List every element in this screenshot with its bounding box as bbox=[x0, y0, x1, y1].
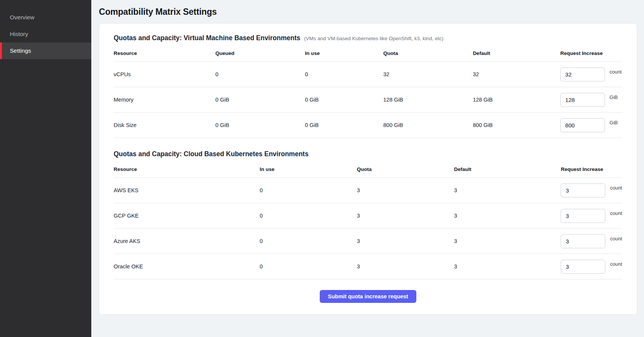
in-use-value: 0 bbox=[259, 187, 357, 193]
quota-value: 128 GiB bbox=[383, 97, 473, 103]
resource-label: vCPUs bbox=[114, 71, 216, 77]
column-header-default: Default bbox=[454, 166, 561, 172]
table-row: Azure AKS 0 3 3 count bbox=[114, 229, 622, 254]
unit-label: count bbox=[610, 185, 622, 191]
default-value: 32 bbox=[473, 71, 560, 77]
default-value: 3 bbox=[454, 238, 561, 244]
vm-section-subtitle: (VMs and VM-based Kubernetes like OpenSh… bbox=[304, 36, 444, 41]
default-value: 3 bbox=[454, 213, 561, 219]
submit-quota-increase-button[interactable]: Submit quota increase request bbox=[320, 290, 417, 303]
request-increase-cell: count bbox=[561, 260, 622, 274]
cloud-section-title: Quotas and Capacity: Cloud Based Kuberne… bbox=[114, 150, 622, 158]
settings-card: Quotas and Capacity: Virtual Machine Bas… bbox=[99, 23, 637, 315]
table-row: vCPUs 0 0 32 32 count bbox=[114, 62, 622, 87]
default-value: 800 GiB bbox=[473, 122, 560, 128]
table-row: Memory 0 GiB 0 GiB 128 GiB 128 GiB GiB bbox=[114, 87, 622, 113]
request-increase-cell: count bbox=[560, 67, 622, 82]
sidebar-item-history[interactable]: History bbox=[0, 26, 91, 42]
column-header-in-use: In use bbox=[305, 50, 383, 56]
unit-label: count bbox=[610, 69, 622, 75]
unit-label: GiB bbox=[610, 120, 618, 125]
quota-value: 3 bbox=[357, 213, 454, 219]
unit-label: count bbox=[610, 236, 622, 241]
quota-value: 3 bbox=[357, 263, 454, 270]
submit-button-container: Submit quota increase request bbox=[114, 279, 622, 303]
column-header-in-use: In use bbox=[259, 166, 357, 172]
table-row: Oracle OKE 0 3 3 count bbox=[114, 254, 622, 279]
resource-label: Azure AKS bbox=[114, 238, 259, 244]
column-header-default: Default bbox=[473, 50, 560, 56]
request-increase-cell: count bbox=[561, 209, 622, 223]
disk-size-request-input[interactable] bbox=[560, 118, 605, 132]
sidebar-nav: Overview History Settings bbox=[0, 9, 91, 59]
resource-label: Oracle OKE bbox=[114, 263, 259, 270]
table-row: AWS EKS 0 3 3 count bbox=[114, 178, 622, 203]
page-title: Compatibility Matrix Settings bbox=[99, 7, 637, 17]
queued-value: 0 GiB bbox=[216, 97, 305, 103]
table-row: GCP GKE 0 3 3 count bbox=[114, 203, 622, 229]
app-window: Overview History Settings Compatibility … bbox=[0, 0, 644, 337]
sidebar: Overview History Settings bbox=[0, 0, 91, 337]
azure-aks-request-input[interactable] bbox=[561, 234, 605, 248]
sidebar-item-overview[interactable]: Overview bbox=[0, 9, 91, 26]
quota-value: 3 bbox=[357, 238, 454, 244]
column-header-resource: Resource bbox=[114, 50, 216, 56]
unit-label: count bbox=[610, 261, 622, 267]
vcpus-request-input[interactable] bbox=[560, 67, 605, 82]
column-header-resource: Resource bbox=[114, 166, 259, 172]
column-header-quota: Quota bbox=[383, 50, 473, 56]
column-header-queued: Queued bbox=[216, 50, 305, 56]
request-increase-cell: GiB bbox=[560, 118, 622, 132]
resource-label: Disk Size bbox=[114, 122, 216, 128]
request-increase-cell: GiB bbox=[560, 93, 622, 107]
column-header-quota: Quota bbox=[357, 166, 454, 172]
default-value: 3 bbox=[454, 263, 561, 270]
in-use-value: 0 bbox=[305, 71, 383, 77]
queued-value: 0 GiB bbox=[216, 122, 305, 128]
unit-label: GiB bbox=[610, 94, 618, 100]
resource-label: AWS EKS bbox=[114, 187, 259, 193]
quota-value: 32 bbox=[383, 71, 473, 77]
aws-eks-request-input[interactable] bbox=[561, 183, 605, 197]
in-use-value: 0 bbox=[259, 238, 357, 244]
oracle-oke-request-input[interactable] bbox=[561, 260, 605, 274]
cloud-table-header: Resource In use Quota Default Request In… bbox=[114, 163, 622, 178]
in-use-value: 0 GiB bbox=[305, 97, 383, 103]
in-use-value: 0 GiB bbox=[305, 122, 383, 128]
request-increase-cell: count bbox=[561, 234, 622, 248]
quota-value: 800 GiB bbox=[383, 122, 473, 128]
resource-label: GCP GKE bbox=[114, 213, 259, 219]
table-row: Disk Size 0 GiB 0 GiB 800 GiB 800 GiB Gi… bbox=[114, 113, 622, 138]
main-content: Compatibility Matrix Settings Quotas and… bbox=[91, 0, 644, 337]
quota-value: 3 bbox=[357, 187, 454, 193]
default-value: 128 GiB bbox=[473, 97, 560, 103]
column-header-request-increase: Request Increase bbox=[560, 50, 622, 56]
resource-label: Memory bbox=[114, 97, 216, 103]
memory-request-input[interactable] bbox=[560, 93, 605, 107]
gcp-gke-request-input[interactable] bbox=[561, 209, 605, 223]
request-increase-cell: count bbox=[561, 183, 622, 197]
vm-table-header: Resource Queued In use Quota Default Req… bbox=[114, 47, 622, 62]
default-value: 3 bbox=[454, 187, 561, 193]
vm-section-header: Quotas and Capacity: Virtual Machine Bas… bbox=[114, 34, 622, 42]
unit-label: count bbox=[610, 210, 622, 216]
vm-section-title: Quotas and Capacity: Virtual Machine Bas… bbox=[114, 34, 300, 42]
in-use-value: 0 bbox=[259, 263, 357, 270]
column-header-request-increase: Request Increase bbox=[561, 166, 622, 172]
in-use-value: 0 bbox=[259, 213, 357, 219]
queued-value: 0 bbox=[216, 71, 305, 77]
sidebar-item-settings[interactable]: Settings bbox=[0, 42, 91, 59]
